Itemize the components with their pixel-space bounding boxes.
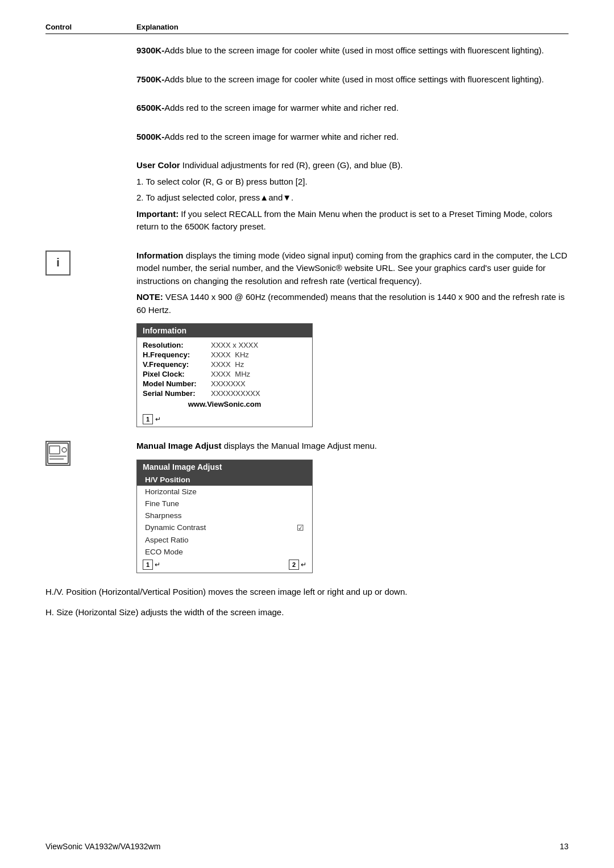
mia-footer-arrow1: ↵ <box>155 561 160 569</box>
mia-item-fine-tune[interactable]: Fine Tune <box>137 498 312 510</box>
mia-label-aspect-ratio: Aspect Ratio <box>145 536 189 544</box>
footer-brand: ViewSonic <box>45 842 82 851</box>
row-information: i Information displays the timing mode (… <box>45 249 569 428</box>
col-explanation-header: Explanation <box>136 23 569 31</box>
row-7500k: 7500K-Adds blue to the screen image for … <box>45 73 569 90</box>
mia-box: Manual Image Adjust H/V Position Horizon… <box>136 460 313 573</box>
text-information-body: displays the timing mode (video signal i… <box>136 251 567 286</box>
mia-footer-num2: 2 <box>289 560 299 570</box>
mia-item-hv-position[interactable]: H/V Position <box>137 474 312 486</box>
info-footer-arrow: ↵ <box>155 415 161 423</box>
information-icon: i <box>45 251 70 276</box>
text-user-color-body: Individual adjustments for red (R), gree… <box>180 160 403 170</box>
mia-label-hv-position: H/V Position <box>145 475 190 484</box>
text-9300k: 9300K-Adds blue to the screen image for … <box>136 44 569 61</box>
info-label-resolution: Resolution: <box>143 341 211 349</box>
text-manual-image: Manual Image Adjust displays the Manual … <box>136 440 569 573</box>
mia-footer: 1 ↵ 2 ↵ <box>137 558 312 573</box>
info-website: www.ViewSonic.com <box>143 400 306 408</box>
label-important: Important: <box>136 209 179 219</box>
footer-brand-model: ViewSonic VA1932w/VA1932wm <box>45 842 160 851</box>
info-value-serial: XXXXXXXXXX <box>211 389 260 398</box>
manual-image-icon <box>45 441 70 466</box>
info-footer-num: 1 <box>143 414 153 424</box>
icon-col-manual <box>45 440 136 466</box>
footer-model-text: VA1932w/VA1932wm <box>85 842 160 851</box>
row-user-color: User Color Individual adjustments for re… <box>45 159 569 237</box>
section-hv-position: H./V. Position (Horizontal/Vertical Posi… <box>45 586 569 599</box>
icon-col-user-color <box>45 159 136 160</box>
info-row-serial: Serial Number: XXXXXXXXXX <box>143 389 306 398</box>
text-user-color: User Color Individual adjustments for re… <box>136 159 569 237</box>
mia-label-fine-tune: Fine Tune <box>145 499 179 508</box>
text-7500k-body: Adds blue to the screen image for cooler… <box>164 74 544 84</box>
step2-num: 2. <box>136 193 144 202</box>
footer-page: 13 <box>559 842 569 851</box>
info-value-hfreq: XXXX KHz <box>211 350 249 359</box>
icon-col-7500k <box>45 73 136 74</box>
label-6500k: 6500K- <box>136 103 164 112</box>
mia-label-dynamic-contrast: Dynamic Contrast <box>145 523 206 532</box>
mia-item-sharpness[interactable]: Sharpness <box>137 510 312 521</box>
icon-col-9300k <box>45 44 136 45</box>
text-note: VESA 1440 x 900 @ 60Hz (recommended) mea… <box>136 292 565 315</box>
label-9300k: 9300K- <box>136 45 164 55</box>
label-user-color: User Color <box>136 160 180 170</box>
info-row-model: Model Number: XXXXXXX <box>143 379 306 388</box>
row-6500k: 6500K-Adds red to the screen image for w… <box>45 102 569 118</box>
text-6500k-body: Adds red to the screen image for warmer … <box>164 103 399 112</box>
info-label-model: Model Number: <box>143 379 211 388</box>
info-label-vfreq: V.Frequency: <box>143 360 211 369</box>
table-header: Control Explanation <box>45 23 569 34</box>
info-box-footer: 1 ↵ <box>137 413 312 427</box>
text-5000k: 5000K-Adds red to the screen image for w… <box>136 131 569 147</box>
icon-col-information: i <box>45 249 136 276</box>
label-5000k: 5000K- <box>136 132 164 141</box>
mia-title: Manual Image Adjust <box>137 460 312 474</box>
info-unit-vfreq: Hz <box>235 360 244 369</box>
info-unit-hfreq: KHz <box>235 350 249 359</box>
mia-footer-arrow2: ↵ <box>301 561 306 569</box>
mia-footer-num1: 1 <box>143 560 153 570</box>
step2-text: To adjust selected color, press▲and▼. <box>144 193 294 202</box>
camera-svg-icon <box>47 442 69 465</box>
information-box: Information Resolution: XXXX x XXXX H.Fr… <box>136 323 313 427</box>
icon-col-5000k <box>45 131 136 132</box>
text-9300k-body: Adds blue to the screen image for cooler… <box>164 45 544 55</box>
row-9300k: 9300K-Adds blue to the screen image for … <box>45 44 569 61</box>
section-h-size: H. Size (Horizontal Size) adjusts the wi… <box>45 606 569 619</box>
label-h-size-desc: H. Size (Horizontal Size) <box>45 607 138 617</box>
info-row-vfreq: V.Frequency: XXXX Hz <box>143 360 306 369</box>
info-icon-label: i <box>56 256 60 269</box>
label-hv-pos-desc: H./V. Position (Horizontal/Vertical Posi… <box>45 587 206 596</box>
page-footer: ViewSonic VA1932w/VA1932wm 13 <box>45 842 569 851</box>
mia-footer-right: 2 ↵ <box>289 560 306 570</box>
step1-num: 1. <box>136 177 144 186</box>
info-label-hfreq: H.Frequency: <box>143 350 211 359</box>
svg-point-2 <box>62 448 67 452</box>
info-box-title: Information <box>137 324 312 337</box>
text-information: Information displays the timing mode (vi… <box>136 249 569 428</box>
row-manual-image: Manual Image Adjust displays the Manual … <box>45 440 569 573</box>
info-value-model: XXXXXXX <box>211 379 246 388</box>
label-7500k: 7500K- <box>136 74 164 84</box>
text-5000k-body: Adds red to the screen image for warmer … <box>164 132 399 141</box>
mia-item-horizontal-size[interactable]: Horizontal Size <box>137 486 312 498</box>
label-note: NOTE: <box>136 292 163 302</box>
info-row-pixel: Pixel Clock: XXXX MHz <box>143 370 306 378</box>
info-row-hfreq: H.Frequency: XXXX KHz <box>143 350 306 359</box>
text-hv-pos-desc: moves the screen image left or right and… <box>208 587 407 596</box>
mia-item-dynamic-contrast[interactable]: Dynamic Contrast ☑ <box>137 521 312 534</box>
info-value-resolution: XXXX x XXXX <box>211 341 258 349</box>
mia-item-aspect-ratio[interactable]: Aspect Ratio <box>137 534 312 546</box>
text-h-size-desc: adjusts the width of the screen image. <box>141 607 284 617</box>
info-row-resolution: Resolution: XXXX x XXXX <box>143 341 306 349</box>
mia-item-eco-mode[interactable]: ECO Mode <box>137 546 312 558</box>
svg-rect-1 <box>49 446 60 454</box>
step1-text: To select color (R, G or B) press button… <box>144 177 308 186</box>
info-box-table: Resolution: XXXX x XXXX H.Frequency: XXX… <box>137 337 312 413</box>
info-label-serial: Serial Number: <box>143 389 211 398</box>
mia-label-horizontal-size: Horizontal Size <box>145 487 197 496</box>
mia-label-sharpness: Sharpness <box>145 511 182 520</box>
col-control-header: Control <box>45 23 136 31</box>
